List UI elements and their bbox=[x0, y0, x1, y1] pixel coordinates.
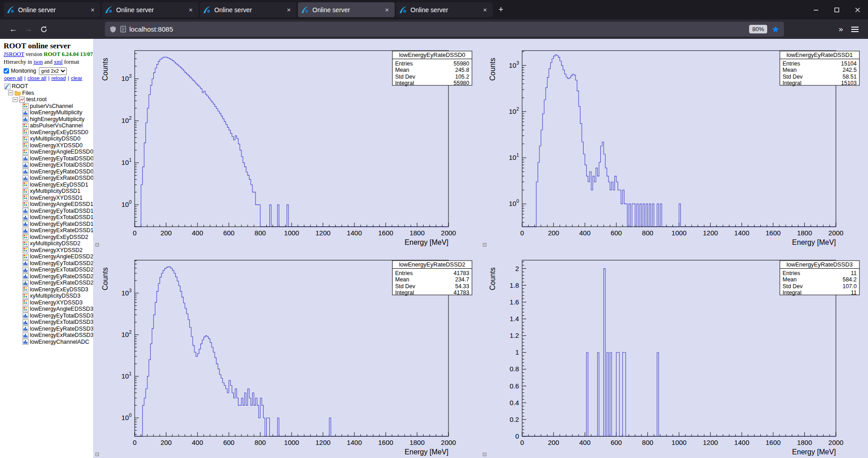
xml-link[interactable]: xml bbox=[54, 59, 62, 65]
hierarchy-and: and bbox=[44, 59, 52, 65]
url-bar[interactable]: localhost:8085 80% bbox=[105, 22, 784, 37]
histogram-pad-0[interactable]: Counts0200400600800100012001400160018002… bbox=[93, 39, 481, 248]
tree-item-root[interactable]: ROOT bbox=[4, 83, 93, 90]
tree-item-lowEnergyEyRateDSSD0[interactable]: lowEnergyEyRateDSSD0 bbox=[4, 168, 93, 175]
action-open-all[interactable]: open all bbox=[4, 75, 22, 81]
pad-resize-handle[interactable] bbox=[483, 243, 486, 247]
tree-item-lowEnergyEyRateDSSD2[interactable]: lowEnergyEyRateDSSD2 bbox=[4, 273, 93, 280]
tree-item-lowEnergyExTotalDSSD3[interactable]: lowEnergyExTotalDSSD3 bbox=[4, 319, 93, 326]
browser-tab-2[interactable]: Online server × bbox=[102, 2, 198, 17]
tree-item-lowEnergyExTotalDSSD0[interactable]: lowEnergyExTotalDSSD0 bbox=[4, 162, 93, 168]
monitoring-checkbox[interactable] bbox=[4, 68, 9, 74]
tree-item-lowEnergyEyTotalDSSD2[interactable]: lowEnergyEyTotalDSSD2 bbox=[4, 260, 93, 267]
url-text[interactable]: localhost:8085 bbox=[129, 25, 173, 33]
reload-button[interactable] bbox=[36, 22, 52, 37]
tree-item-lowEnergyExRateDSSD1[interactable]: lowEnergyExRateDSSD1 bbox=[4, 227, 93, 234]
json-link[interactable]: json bbox=[33, 59, 43, 65]
histogram-pad-1[interactable]: Counts0200400600800100012001400160018002… bbox=[481, 39, 868, 248]
forward-button[interactable]: → bbox=[21, 22, 36, 37]
tree-item-lowEnergyXYDSSD0[interactable]: lowEnergyXYDSSD0 bbox=[4, 142, 93, 149]
action-close-all[interactable]: close all bbox=[28, 75, 47, 81]
tree-item-lowEnergyExEyDSSD3[interactable]: lowEnergyExEyDSSD3 bbox=[4, 286, 93, 293]
tab-close-icon[interactable]: × bbox=[186, 5, 195, 14]
tree-item-lowEnergyAngleEDSSD2[interactable]: lowEnergyAngleEDSSD2 bbox=[4, 253, 93, 260]
jsroot-link[interactable]: JSROOT bbox=[4, 51, 24, 57]
tree-item-lowEnergyEyTotalDSSD0[interactable]: lowEnergyEyTotalDSSD0 bbox=[4, 155, 93, 162]
tree-item-lowEnergyExRateDSSD2[interactable]: lowEnergyExRateDSSD2 bbox=[4, 280, 93, 286]
minimize-button[interactable] bbox=[806, 0, 826, 19]
th1-histogram-icon bbox=[23, 215, 28, 220]
tree-item-lowEnergyExEyDSSD1[interactable]: lowEnergyExEyDSSD1 bbox=[4, 182, 93, 188]
th1-histogram-icon bbox=[23, 110, 28, 116]
new-tab-button[interactable]: + bbox=[494, 3, 508, 17]
stats-value: 15103 bbox=[841, 80, 857, 86]
tree-item-test-root[interactable]: test.root bbox=[4, 96, 93, 103]
tree-item-lowEnergyXYDSSD2[interactable]: lowEnergyXYDSSD2 bbox=[4, 247, 93, 254]
action-clear[interactable]: clear bbox=[71, 75, 82, 81]
tree-item-lowEnergyExRateDSSD0[interactable]: lowEnergyExRateDSSD0 bbox=[4, 175, 93, 182]
tree-item-lowEnergyExEyDSSD2[interactable]: lowEnergyExEyDSSD2 bbox=[4, 234, 93, 241]
tree-item-label: lowEnergyExTotalDSSD0 bbox=[30, 162, 93, 168]
tree-item-lowEnergyEyTotalDSSD3[interactable]: lowEnergyEyTotalDSSD3 bbox=[4, 313, 93, 319]
tab-title: Online server bbox=[18, 6, 88, 14]
tab-close-icon[interactable]: × bbox=[382, 5, 392, 14]
tree-item-lowEnergyExEyDSSD0[interactable]: lowEnergyExEyDSSD0 bbox=[4, 129, 93, 136]
tree-item-lowEnergyChannelADC[interactable]: lowEnergyChannelADC bbox=[4, 339, 93, 346]
collapse-icon[interactable] bbox=[8, 90, 13, 95]
tree-item-pulserVsChannel[interactable]: pulserVsChannel bbox=[4, 103, 93, 110]
browser-tab-4-active[interactable]: Online server × bbox=[298, 2, 395, 17]
maximize-button[interactable] bbox=[826, 0, 847, 19]
tree-item-lowEnergyAngleEDSSD1[interactable]: lowEnergyAngleEDSSD1 bbox=[4, 201, 93, 208]
tree-item-lowEnergyAngleEDSSD3[interactable]: lowEnergyAngleEDSSD3 bbox=[4, 306, 93, 313]
browser-tab-1[interactable]: Online server × bbox=[4, 2, 100, 17]
tree-item-xyMultiplicityDSSD3[interactable]: xyMultiplicityDSSD3 bbox=[4, 293, 93, 299]
tree-item-lowEnergyExTotalDSSD2[interactable]: lowEnergyExTotalDSSD2 bbox=[4, 266, 93, 273]
stats-value: 41783 bbox=[453, 270, 469, 276]
tracking-protection-shield-icon[interactable] bbox=[109, 26, 117, 33]
pad-resize-handle[interactable] bbox=[483, 453, 486, 456]
grid-layout-select[interactable]: grid 2x2 bbox=[39, 67, 67, 75]
tree-item-lowEnergyExRateDSSD3[interactable]: lowEnergyExRateDSSD3 bbox=[4, 332, 93, 339]
tree-item-lowEnergyXYDSSD1[interactable]: lowEnergyXYDSSD1 bbox=[4, 195, 93, 201]
tree-item-lowEnergyExTotalDSSD1[interactable]: lowEnergyExTotalDSSD1 bbox=[4, 214, 93, 221]
tree-item-lowEnergyMultiplicity[interactable]: lowEnergyMultiplicity bbox=[4, 109, 93, 116]
pad-resize-handle[interactable] bbox=[95, 453, 99, 456]
stats-value: 41783 bbox=[453, 290, 469, 296]
tree-item-highEnergyMultiplicity[interactable]: highEnergyMultiplicity bbox=[4, 116, 93, 123]
histogram-pad-3[interactable]: Counts0200400600800100012001400160018002… bbox=[481, 248, 868, 458]
tab-close-icon[interactable]: × bbox=[88, 5, 97, 14]
overflow-menu-button[interactable]: » bbox=[835, 25, 847, 34]
tree-item-label: lowEnergyEyRateDSSD0 bbox=[30, 168, 93, 175]
zoom-indicator[interactable]: 80% bbox=[749, 25, 767, 33]
browser-tab-3[interactable]: Online server × bbox=[200, 2, 297, 17]
pad-resize-handle[interactable] bbox=[95, 243, 99, 247]
collapse-icon[interactable] bbox=[13, 97, 18, 102]
th1-histogram-icon bbox=[23, 332, 28, 338]
tree-item-absPulserVsChannel[interactable]: absPulserVsChannel bbox=[4, 122, 93, 129]
x-tick-label: 200 bbox=[160, 229, 172, 237]
tree-item-files[interactable]: Files bbox=[4, 90, 93, 97]
tab-close-icon[interactable]: × bbox=[284, 5, 293, 14]
browser-tab-5[interactable]: Online server × bbox=[396, 2, 493, 17]
page-info-icon[interactable] bbox=[120, 26, 126, 33]
tree-item-xyMultiplicityDSSD0[interactable]: xyMultiplicityDSSD0 bbox=[4, 136, 93, 142]
tree-item-lowEnergyAngleEDSSD0[interactable]: lowEnergyAngleEDSSD0 bbox=[4, 149, 93, 155]
tree-item-label: lowEnergyXYDSSD1 bbox=[30, 195, 83, 201]
tree-item-lowEnergyEyRateDSSD1[interactable]: lowEnergyEyRateDSSD1 bbox=[4, 221, 93, 228]
bookmark-star-icon[interactable] bbox=[772, 25, 779, 33]
y-tick-label: 103 bbox=[121, 288, 132, 297]
histogram-pad-2[interactable]: Counts0200400600800100012001400160018002… bbox=[93, 248, 481, 458]
tree-item-label: lowEnergyEyRateDSSD3 bbox=[30, 326, 93, 332]
tab-close-icon[interactable]: × bbox=[481, 5, 490, 14]
x-tick-label: 1400 bbox=[347, 439, 362, 446]
back-button[interactable]: ← bbox=[5, 22, 21, 37]
tree-item-xyMultiplicityDSSD1[interactable]: xyMultiplicityDSSD1 bbox=[4, 188, 93, 195]
tree-item-lowEnergyEyRateDSSD3[interactable]: lowEnergyEyRateDSSD3 bbox=[4, 326, 93, 332]
stats-label: Mean bbox=[395, 276, 409, 283]
action-reload[interactable]: reload bbox=[52, 75, 66, 81]
tree-item-lowEnergyEyTotalDSSD1[interactable]: lowEnergyEyTotalDSSD1 bbox=[4, 208, 93, 215]
menu-icon[interactable] bbox=[847, 22, 863, 37]
tree-item-lowEnergyXYDSSD3[interactable]: lowEnergyXYDSSD3 bbox=[4, 299, 93, 306]
close-window-button[interactable] bbox=[847, 0, 868, 19]
tree-item-xyMultiplicityDSSD2[interactable]: xyMultiplicityDSSD2 bbox=[4, 240, 93, 247]
